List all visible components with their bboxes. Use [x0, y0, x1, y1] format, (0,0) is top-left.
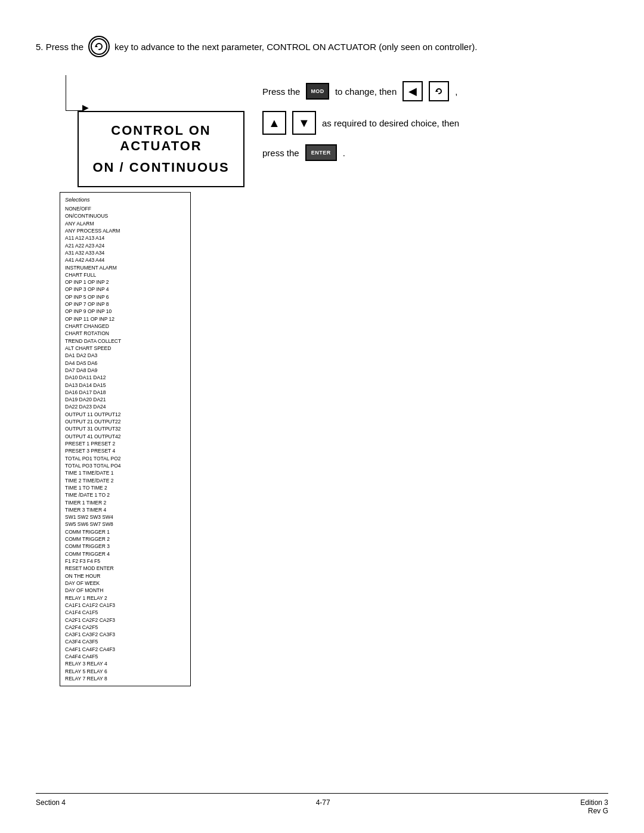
selections-box: Selections NONE/OFFON/CONTINUOUSANY ALAR… — [60, 192, 191, 686]
selection-item: OUTPUT 31 OUTPUT32 — [65, 425, 185, 432]
selection-item: TOTAL PO3 TOTAL PO4 — [65, 462, 185, 469]
selection-item: A11 A12 A13 A14 — [65, 234, 185, 241]
press-enter-row: press the ENTER . — [262, 144, 608, 161]
selection-item: COMM TRIGGER 4 — [65, 550, 185, 558]
selection-item: SW5 SW6 SW7 SW8 — [65, 521, 185, 528]
selection-item: OP INP 1 OP INP 2 — [65, 278, 185, 286]
selection-item: DA16 DA17 DA18 — [65, 389, 185, 396]
footer-edition: Edition 3 — [580, 798, 608, 807]
selection-item: RELAY 1 RELAY 2 — [65, 594, 185, 602]
selection-item: OUTPUT 41 OUTPUT42 — [65, 433, 185, 440]
selection-item: DAY OF WEEK — [65, 580, 185, 587]
selection-item: TIMER 3 TIMER 4 — [65, 506, 185, 513]
selection-item: DAY OF MONTH — [65, 587, 185, 594]
selection-item: A41 A42 A43 A44 — [65, 256, 185, 264]
selection-item: CHART CHANGED — [65, 323, 185, 330]
as-required-label: as required to desired choice, then — [322, 118, 459, 128]
press-to-change-label: Press the — [262, 86, 300, 97]
main-content: ▶ CONTROL ON ACTUATOR ON / CONTINUOUS Se… — [60, 75, 608, 686]
intro-suffix: key to advance to the next parameter, CO… — [114, 42, 477, 52]
left-arrow-button[interactable]: ◀ — [402, 81, 423, 101]
down-arrow-button[interactable]: ▼ — [292, 111, 316, 135]
rotate-button[interactable] — [429, 81, 449, 101]
mod-button[interactable]: MOD — [306, 83, 329, 100]
selection-item: ANY PROCESS ALARM — [65, 227, 185, 234]
press-the-label: press the — [262, 148, 299, 158]
selection-item: PRESET 3 PRESET 4 — [65, 447, 185, 454]
display-line1: CONTROL ON ACTUATOR — [91, 123, 231, 154]
selection-item: ANY ALARM — [65, 220, 185, 227]
selections-list: NONE/OFFON/CONTINUOUSANY ALARMANY PROCES… — [65, 205, 185, 682]
selection-item: RESET MOD ENTER — [65, 565, 185, 572]
selection-item: CHART ROTATION — [65, 330, 185, 337]
selection-item: TIME 2 TIME/DATE 2 — [65, 477, 185, 484]
footer-page: 4-77 — [316, 798, 330, 815]
selection-item: CA3F1 CA3F2 CA3F3 — [65, 631, 185, 638]
instruction-row-2: ▲ ▼ as required to desired choice, then — [262, 111, 608, 135]
selection-item: COMM TRIGGER 3 — [65, 543, 185, 550]
display-line2: ON / CONTINUOUS — [91, 160, 231, 175]
selection-item: INSTRUMENT ALARM — [65, 264, 185, 271]
selection-item: OUTPUT 21 OUTPUT22 — [65, 418, 185, 425]
selection-item: SW1 SW2 SW3 SW4 — [65, 513, 185, 521]
selection-item: OUTPUT 11 OUTPUT12 — [65, 411, 185, 418]
selection-item: CA2F4 CA2F5 — [65, 624, 185, 631]
selection-item: OP INP 7 OP INP 8 — [65, 301, 185, 308]
selection-item: OP INP 3 OP INP 4 — [65, 286, 185, 293]
selection-item: CA1F4 CA1F5 — [65, 609, 185, 616]
selection-item: COMM TRIGGER 2 — [65, 535, 185, 543]
selection-item: OP INP 5 OP INP 6 — [65, 293, 185, 301]
footer: Section 4 4-77 Edition 3 Rev G — [36, 793, 608, 815]
intro-line: 5. Press the key to advance to the next … — [36, 36, 608, 57]
selection-item: OP INP 11 OP INP 12 — [65, 315, 185, 323]
selection-item: PRESET 1 PRESET 2 — [65, 440, 185, 447]
right-panel: Press the MOD to change, then ◀ , ▲ ▼ as… — [262, 75, 608, 686]
display-box: CONTROL ON ACTUATOR ON / CONTINUOUS — [78, 111, 244, 187]
selection-item: CHART FULL — [65, 271, 185, 278]
instruction-row-1: Press the MOD to change, then ◀ , — [262, 81, 608, 101]
selections-title: Selections — [65, 196, 185, 204]
left-panel: ▶ CONTROL ON ACTUATOR ON / CONTINUOUS Se… — [60, 75, 244, 686]
up-arrow-button[interactable]: ▲ — [262, 111, 286, 135]
selection-item: DA1 DA2 DA3 — [65, 352, 185, 359]
selection-item: ALT CHART SPEED — [65, 345, 185, 352]
selection-item: TOTAL PO1 TOTAL PO2 — [65, 455, 185, 462]
page-container: 5. Press the key to advance to the next … — [0, 0, 644, 833]
selection-item: A21 A22 A23 A24 — [65, 242, 185, 249]
selection-item: F1 F2 F3 F4 F5 — [65, 558, 185, 565]
selection-item: A31 A32 A33 A34 — [65, 249, 185, 256]
selection-item: TREND DATA COLLECT — [65, 337, 185, 345]
selection-item: CA4F4 CA4F5 — [65, 653, 185, 660]
selection-item: TIME 1 TO TIME 2 — [65, 484, 185, 491]
selection-item: ON/CONTINUOUS — [65, 212, 185, 219]
selection-item: OP INP 9 OP INP 10 — [65, 308, 185, 315]
footer-right: Edition 3 Rev G — [580, 798, 608, 815]
key-icon — [88, 36, 110, 57]
selection-item: CA3F4 CA3F5 — [65, 638, 185, 645]
selection-item: CA4F1 CA4F2 CA4F3 — [65, 646, 185, 653]
selection-item: TIMER 1 TIMER 2 — [65, 499, 185, 506]
selection-item: COMM TRIGGER 1 — [65, 528, 185, 535]
selection-item: RELAY 5 RELAY 6 — [65, 668, 185, 675]
selection-item: RELAY 7 RELAY 8 — [65, 675, 185, 682]
selection-item: TIME /DATE 1 TO 2 — [65, 491, 185, 498]
footer-section: Section 4 — [36, 798, 66, 815]
svg-point-0 — [91, 39, 107, 54]
selection-item: DA22 DA23 DA24 — [65, 403, 185, 410]
selection-item: CA2F1 CA2F2 CA2F3 — [65, 617, 185, 624]
enter-button[interactable]: ENTER — [305, 144, 337, 161]
selection-item: DA13 DA14 DA15 — [65, 382, 185, 389]
selection-item: RELAY 3 RELAY 4 — [65, 660, 185, 667]
selection-item: NONE/OFF — [65, 205, 185, 212]
selection-item: CA1F1 CA1F2 CA1F3 — [65, 602, 185, 609]
footer-rev: Rev G — [580, 807, 608, 815]
selection-item: ON THE HOUR — [65, 572, 185, 580]
intro-prefix: 5. Press the — [36, 42, 83, 52]
selection-item: TIME 1 TIME/DATE 1 — [65, 469, 185, 476]
comma: , — [455, 86, 457, 97]
period: . — [343, 148, 345, 158]
selection-item: DA7 DA8 DA9 — [65, 367, 185, 374]
selection-item: DA10 DA11 DA12 — [65, 374, 185, 381]
to-change-then-label: to change, then — [335, 86, 397, 97]
selection-item: DA19 DA20 DA21 — [65, 396, 185, 403]
